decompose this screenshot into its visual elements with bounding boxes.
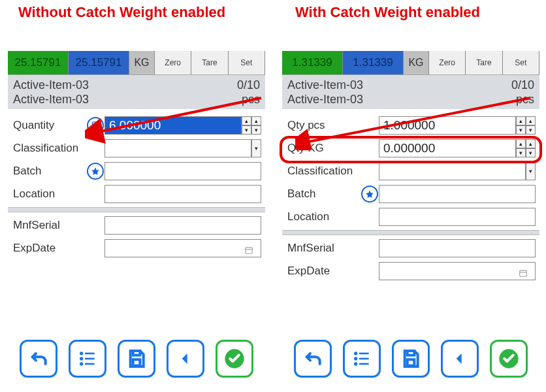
section-divider — [282, 230, 539, 235]
zero-button[interactable]: Zero — [429, 51, 466, 74]
qty-pcs-stepper-2[interactable]: ▴▾ — [526, 116, 536, 135]
step-up-icon[interactable]: ▴ — [517, 139, 526, 148]
prev-button[interactable] — [441, 340, 479, 378]
panel-without-catchweight: 25.15791 25.15791 KG Zero Tare Set Activ… — [8, 51, 265, 382]
quantity-stepper-2[interactable]: ▴▾ — [251, 116, 261, 135]
svg-point-5 — [93, 127, 94, 127]
svg-point-3 — [95, 125, 95, 126]
qty-pcs-stepper[interactable]: ▴▾ — [516, 116, 526, 135]
svg-rect-13 — [85, 358, 95, 360]
location-input[interactable] — [379, 208, 536, 226]
location-input[interactable] — [104, 185, 261, 203]
label-mnfserial: MnfSerial — [286, 242, 379, 255]
caption-right: With Catch Weight enabled — [295, 4, 480, 21]
svg-rect-23 — [359, 353, 369, 355]
step-down-icon[interactable]: ▾ — [526, 162, 536, 180]
svg-rect-27 — [359, 363, 369, 365]
svg-rect-20 — [520, 270, 527, 276]
expdate-input[interactable] — [104, 239, 261, 257]
panel-with-catchweight: 1.31339 1.31339 KG Zero Tare Set Active-… — [282, 51, 539, 382]
svg-point-26 — [354, 362, 357, 365]
item-header: Active-Item-030/10 Active-Item-03pcs — [282, 75, 539, 109]
back-button[interactable] — [294, 340, 332, 378]
weight-unit: KG — [404, 51, 429, 74]
qty-pcs-input[interactable]: 1.000000 — [379, 116, 516, 135]
confirm-button[interactable] — [490, 340, 528, 378]
batch-input[interactable] — [104, 162, 261, 180]
svg-point-22 — [354, 351, 357, 355]
weight-gross: 25.15791 — [8, 51, 69, 74]
svg-rect-28 — [408, 351, 415, 355]
step-down-icon[interactable]: ▾ — [517, 125, 526, 135]
qty-kg-input[interactable]: 0.000000 — [379, 139, 516, 157]
step-down-icon[interactable]: ▾ — [526, 148, 536, 157]
qty-kg-stepper[interactable]: ▴▾ — [516, 139, 526, 157]
weight-unit: KG — [129, 51, 155, 74]
step-up-icon[interactable]: ▴ — [517, 116, 526, 125]
label-location: Location — [12, 188, 86, 201]
tare-button[interactable]: Tare — [191, 51, 228, 74]
step-up-icon[interactable]: ▴ — [526, 116, 536, 125]
save-button[interactable] — [118, 340, 155, 378]
calculator-icon[interactable] — [87, 117, 104, 134]
label-quantity: Quantity — [12, 119, 86, 132]
quantity-stepper[interactable]: ▴▾ — [242, 116, 251, 135]
step-down-icon[interactable]: ▾ — [526, 125, 536, 135]
item-count: 0/10 — [237, 78, 260, 92]
step-down-icon[interactable]: ▾ — [242, 125, 251, 135]
calendar-icon[interactable] — [244, 244, 254, 253]
step-down-icon[interactable]: ▾ — [252, 139, 261, 157]
label-batch: Batch — [286, 188, 361, 201]
label-qty-pcs: Qty pcs — [286, 119, 379, 132]
classification-input[interactable] — [379, 162, 526, 180]
caption-left: Without Catch Weight enabled — [18, 4, 225, 21]
svg-rect-29 — [408, 359, 415, 365]
set-button[interactable]: Set — [503, 51, 539, 74]
classification-dropdown[interactable]: ▾ — [526, 162, 536, 180]
list-button[interactable] — [69, 340, 106, 378]
back-button[interactable] — [20, 340, 57, 378]
weight-net: 1.31339 — [343, 51, 404, 74]
confirm-button[interactable] — [216, 340, 253, 378]
set-button[interactable]: Set — [229, 51, 265, 74]
zero-button[interactable]: Zero — [155, 51, 191, 74]
batch-input[interactable] — [379, 185, 536, 203]
svg-point-14 — [80, 362, 83, 365]
mnfserial-input[interactable] — [104, 216, 261, 235]
mnfserial-input[interactable] — [379, 239, 536, 257]
classification-dropdown[interactable]: ▾ — [251, 139, 261, 157]
tare-button[interactable]: Tare — [466, 51, 502, 74]
label-location: Location — [286, 210, 379, 223]
item-desc: Active-Item-03 — [287, 92, 363, 106]
qty-kg-stepper-2[interactable]: ▴▾ — [526, 139, 536, 157]
svg-point-6 — [95, 127, 95, 127]
item-desc: Active-Item-03 — [13, 92, 89, 106]
classification-input[interactable] — [104, 139, 251, 157]
label-batch: Batch — [12, 165, 86, 178]
item-code: Active-Item-03 — [287, 78, 363, 92]
auto-icon[interactable] — [361, 186, 378, 203]
step-up-icon[interactable]: ▴ — [526, 139, 536, 148]
calendar-icon[interactable] — [518, 267, 528, 276]
item-count: 0/10 — [511, 78, 534, 92]
save-button[interactable] — [392, 340, 430, 378]
svg-point-24 — [354, 357, 357, 360]
item-uom: pcs — [516, 92, 534, 106]
svg-rect-8 — [246, 248, 253, 253]
prev-button[interactable] — [167, 340, 204, 378]
step-up-icon[interactable]: ▴ — [252, 116, 261, 125]
step-up-icon[interactable]: ▴ — [242, 116, 251, 125]
step-down-icon[interactable]: ▾ — [517, 148, 526, 157]
label-classification: Classification — [286, 165, 379, 178]
svg-rect-15 — [85, 363, 95, 365]
svg-rect-16 — [133, 351, 140, 355]
bottom-toolbar — [8, 340, 265, 378]
quantity-input[interactable]: 6.000000 — [104, 116, 242, 135]
list-button[interactable] — [343, 340, 381, 378]
step-down-icon[interactable]: ▾ — [252, 125, 261, 135]
svg-rect-17 — [133, 359, 140, 365]
svg-point-12 — [80, 357, 83, 360]
auto-icon[interactable] — [87, 163, 104, 180]
expdate-input[interactable] — [379, 262, 536, 280]
svg-point-2 — [93, 125, 94, 126]
